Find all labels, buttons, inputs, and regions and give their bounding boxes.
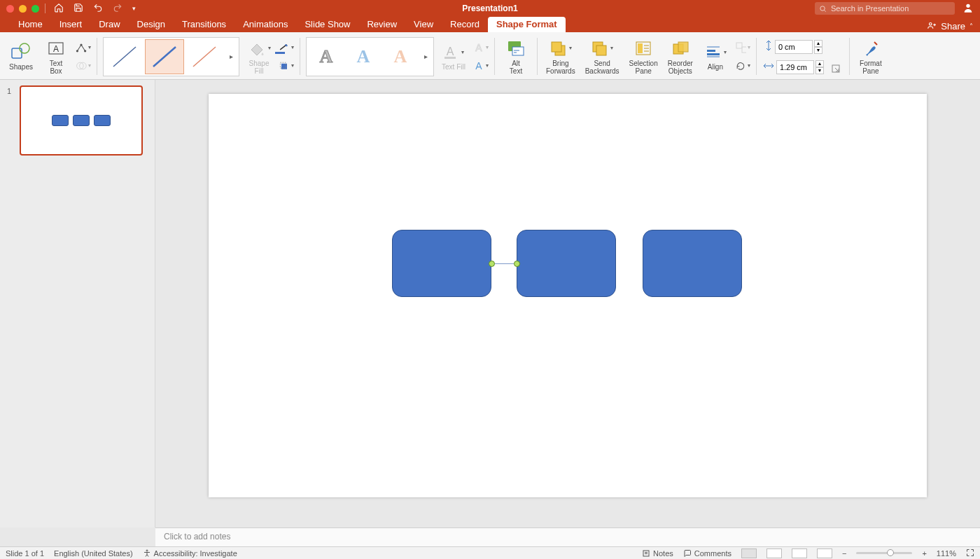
thumbnail-number: 1 [7,85,14,156]
alt-text-button[interactable]: Alt Text [500,37,531,76]
format-pane-button[interactable]: Format Pane [855,37,886,76]
connector-handle-start[interactable] [489,261,495,267]
search-input[interactable]: Search in Presentation [815,2,955,15]
height-up[interactable]: ▲ [814,40,822,47]
save-icon[interactable] [74,3,83,15]
tab-view[interactable]: View [405,17,442,32]
shapes-label: Shapes [9,63,33,71]
rounded-rectangle-2[interactable] [517,230,616,297]
text-effects-button[interactable]: A▾ [473,58,489,74]
align-button[interactable]: ▾ Align [700,41,731,72]
svg-rect-31 [707,50,715,52]
account-icon[interactable] [962,2,974,15]
customize-qat-icon[interactable]: ▾ [132,5,136,12]
svg-line-13 [153,47,176,67]
zoom-slider[interactable] [856,552,912,554]
redo-icon[interactable] [113,3,122,15]
shape-fill-label: Shape Fill [249,60,270,75]
collapse-ribbon-icon[interactable]: ˄ [969,22,973,30]
close-window-button[interactable] [6,5,14,13]
text-outline-button[interactable]: A▾ [473,40,489,55]
view-sorter-button[interactable] [766,548,782,558]
height-down[interactable]: ▼ [814,47,822,54]
status-accessibility[interactable]: Accessibility: Investigate [143,549,237,558]
shape-width-input[interactable] [776,60,814,74]
minimize-window-button[interactable] [19,5,27,13]
view-slideshow-button[interactable] [817,548,832,558]
rotate-button[interactable]: ▾ [735,58,750,74]
zoom-window-button[interactable] [31,5,39,13]
wordart-style-3[interactable]: A [382,39,419,74]
group-button[interactable]: ▾ [735,40,750,55]
text-fill-button[interactable]: A▾ Text Fill [438,41,469,72]
shape-style-gallery[interactable]: ▸ [103,37,239,76]
svg-text:A: A [447,46,454,57]
share-icon[interactable] [927,20,937,32]
zoom-level[interactable]: 111% [937,549,956,558]
tab-insert[interactable]: Insert [51,17,91,32]
status-notes-toggle[interactable]: Notes [642,549,673,558]
share-button[interactable]: Share [941,21,965,32]
notes-pane[interactable]: Click to add notes [155,527,980,546]
slide-canvas-area[interactable] [155,80,980,527]
wordart-style-more-icon[interactable]: ▸ [419,53,432,60]
shapes-button[interactable]: Shapes [6,41,36,72]
selection-pane-button[interactable]: Selection Pane [626,37,661,76]
view-reading-button[interactable] [792,548,807,558]
shape-style-3[interactable] [185,39,224,74]
tab-design[interactable]: Design [129,17,174,32]
tab-draw[interactable]: Draw [90,17,128,32]
bring-forwards-button[interactable]: ▾ Bring Forwards [543,37,578,76]
ribbon-tabs: Home Insert Draw Design Transitions Anim… [0,17,980,32]
tab-record[interactable]: Record [442,17,488,32]
svg-rect-18 [444,57,456,59]
tab-slideshow[interactable]: Slide Show [296,17,358,32]
width-up[interactable]: ▲ [816,60,824,67]
svg-rect-32 [707,53,720,55]
rounded-rectangle-1[interactable] [392,230,491,297]
shape-height-input[interactable] [775,40,813,54]
view-normal-button[interactable] [741,548,757,558]
shape-outline-button[interactable]: ▾ [279,40,294,55]
send-backwards-icon: ▾ [591,39,613,58]
shape-style-more-icon[interactable]: ▸ [225,53,237,60]
tab-review[interactable]: Review [358,17,405,32]
search-placeholder: Search in Presentation [831,4,909,13]
zoom-out-button[interactable]: − [842,549,846,558]
svg-rect-26 [596,46,606,55]
zoom-in-button[interactable]: + [922,549,926,558]
status-comments-toggle[interactable]: Comments [683,549,732,558]
reorder-objects-button[interactable]: Reorder Objects [665,37,696,76]
edit-points-button[interactable]: ▾ [76,40,91,55]
shape-fill-button[interactable]: ▾ Shape Fill [244,37,274,76]
wordart-style-gallery[interactable]: A A A ▸ [306,37,434,76]
notes-placeholder: Click to add notes [164,532,230,541]
slide-thumbnail-1[interactable] [20,85,143,156]
svg-point-1 [966,4,969,7]
size-dialog-launcher[interactable] [828,61,844,76]
send-backwards-button[interactable]: ▾ Send Backwards [582,37,622,76]
fit-to-window-button[interactable] [966,548,974,558]
shape-style-1[interactable] [105,39,144,74]
tab-home[interactable]: Home [10,17,51,32]
slide[interactable] [209,94,927,497]
connector-handle-end[interactable] [514,261,520,267]
thumb-shape [73,115,90,126]
rounded-rectangle-3[interactable] [643,230,742,297]
undo-icon[interactable] [93,3,103,15]
home-icon[interactable] [54,3,64,15]
svg-rect-30 [678,42,688,52]
text-box-button[interactable]: A Text Box [41,37,71,76]
shape-style-2[interactable] [145,39,184,74]
tab-shape-format[interactable]: Shape Format [488,17,566,32]
wordart-style-2[interactable]: A [345,39,382,74]
tab-transitions[interactable]: Transitions [174,17,234,32]
thumb-shape [52,115,69,126]
wordart-style-1[interactable]: A [308,39,344,74]
width-down[interactable]: ▼ [816,67,824,74]
tab-animations[interactable]: Animations [234,17,296,32]
connector-line[interactable] [492,263,517,264]
slide-thumbnail-pane[interactable]: 1 [0,80,155,527]
shape-effects-button[interactable]: ▾ [279,58,294,74]
status-language[interactable]: English (United States) [54,549,133,558]
